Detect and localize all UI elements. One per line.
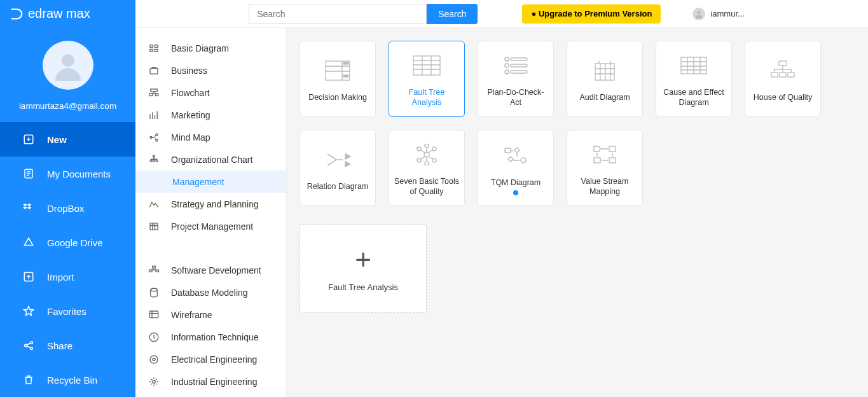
category-information-technique[interactable]: Information Technique: [135, 326, 286, 348]
svg-rect-39: [511, 64, 527, 67]
template-icon: [769, 55, 797, 86]
category-label: Project Management: [171, 221, 253, 232]
category-electrical-engineering[interactable]: Electrical Engineering: [135, 348, 286, 370]
nav-import[interactable]: Import: [0, 260, 135, 294]
svg-rect-46: [780, 73, 786, 77]
category-management[interactable]: Management: [135, 171, 286, 193]
topbar-center: Search ● Upgrade to Premium Version iamm…: [135, 4, 868, 24]
svg-rect-45: [771, 73, 778, 77]
svg-rect-12: [150, 68, 158, 74]
svg-rect-35: [413, 56, 440, 75]
svg-rect-41: [511, 71, 527, 73]
svg-point-40: [505, 70, 509, 74]
new-template-card[interactable]: + Fault Tree Analysis: [300, 224, 427, 313]
category-icon: [147, 198, 161, 210]
category-database-modeling[interactable]: Database Modeling: [135, 281, 286, 303]
user-menu[interactable]: iammur...: [692, 8, 744, 20]
app-logo: edraw max: [0, 0, 135, 28]
svg-point-1: [62, 54, 74, 67]
svg-point-27: [151, 288, 158, 291]
nav-mydocs[interactable]: My Documents: [0, 157, 135, 191]
search-button[interactable]: Search: [427, 4, 478, 24]
category-basic-diagram[interactable]: Basic Diagram: [135, 37, 286, 59]
category-software-development[interactable]: Software Development: [135, 259, 286, 281]
svg-rect-25: [149, 270, 153, 272]
category-project-management[interactable]: Project Management: [135, 215, 286, 237]
nav-recycle[interactable]: Recycle Bin: [0, 363, 135, 397]
svg-point-31: [153, 380, 156, 383]
svg-point-30: [150, 356, 158, 363]
svg-point-22: [156, 160, 158, 162]
nav-list: New My Documents DropBox Google Drive Im…: [0, 122, 135, 397]
svg-point-53: [425, 144, 429, 148]
svg-point-20: [150, 160, 152, 162]
svg-rect-59: [609, 158, 616, 163]
category-marketing[interactable]: Marketing: [135, 104, 286, 126]
category-business[interactable]: Business: [135, 59, 286, 81]
svg-rect-23: [150, 223, 158, 230]
nav-share[interactable]: Share: [0, 328, 135, 363]
template-relation-diagram[interactable]: Relation Diagram: [300, 130, 376, 206]
nav-new[interactable]: New: [0, 122, 135, 157]
category-mind-map[interactable]: Mind Map: [135, 126, 286, 148]
svg-rect-13: [151, 89, 158, 92]
svg-rect-47: [788, 73, 794, 77]
category-label: Business: [171, 66, 207, 76]
template-fault-tree-analysis[interactable]: Fault Tree Analysis: [389, 41, 465, 117]
search-input[interactable]: [249, 4, 427, 24]
template-label: House of Quality: [754, 92, 812, 102]
dropbox-icon: [22, 202, 36, 214]
upgrade-button[interactable]: ● Upgrade to Premium Version: [522, 4, 661, 24]
nav-favorites[interactable]: Favorites: [0, 294, 135, 328]
import-icon: [22, 271, 36, 282]
category-label: Electrical Engineering: [171, 354, 257, 365]
template-label: Cause and Effect Diagram: [661, 87, 726, 108]
template-label: Plan-Do-Check-Act: [483, 87, 548, 108]
topbar: edraw max Search ● Upgrade to Premium Ve…: [0, 0, 868, 28]
template-audit-diagram[interactable]: Audit Diagram: [567, 41, 643, 117]
template-icon: [680, 50, 708, 81]
template-seven-basic-tools-of-quality[interactable]: Seven Basic Tools of Quality: [389, 130, 465, 206]
category-flowchart[interactable]: Flowchart: [135, 81, 286, 104]
nav-label: Favorites: [47, 306, 86, 317]
category-icon: [147, 132, 161, 143]
template-icon: [503, 50, 528, 81]
template-label: Audit Diagram: [579, 92, 630, 102]
svg-rect-33: [343, 62, 348, 64]
category-industrial-engineering[interactable]: Industrial Engineering: [135, 370, 286, 393]
svg-rect-44: [779, 61, 787, 66]
svg-rect-8: [150, 45, 153, 47]
svg-rect-26: [156, 270, 159, 272]
category-icon: [147, 87, 161, 99]
svg-rect-55: [505, 148, 511, 153]
category-label: Database Modeling: [171, 288, 248, 298]
profile-avatar[interactable]: [43, 41, 93, 90]
template-cause-and-effect-diagram[interactable]: Cause and Effect Diagram: [656, 41, 732, 117]
template-plan-do-check-act[interactable]: Plan-Do-Check-Act: [478, 41, 554, 117]
category-label: Wireframe: [171, 310, 212, 320]
profile-email: iammurtaza4@gmail.com: [19, 101, 116, 111]
category-wireframe[interactable]: Wireframe: [135, 303, 286, 326]
svg-point-16: [150, 136, 152, 138]
sidebar: iammurtaza4@gmail.com New My Documents D…: [0, 28, 135, 397]
category-strategy-and-planning[interactable]: Strategy and Planning: [135, 193, 286, 215]
nav-label: DropBox: [47, 203, 84, 214]
nav-gdrive[interactable]: Google Drive: [0, 225, 135, 260]
template-house-of-quality[interactable]: House of Quality: [745, 41, 821, 117]
search-wrap: Search: [249, 4, 478, 24]
template-value-stream-mapping[interactable]: Value Stream Mapping: [567, 130, 643, 206]
template-decision-making[interactable]: Decision Making: [300, 41, 376, 117]
nav-label: Google Drive: [47, 237, 103, 248]
category-icon: [147, 331, 161, 343]
template-tqm-diagram[interactable]: TQM Diagram: [478, 130, 554, 206]
svg-point-52: [432, 158, 436, 162]
svg-rect-10: [150, 49, 153, 52]
category-organizational-chart[interactable]: Organizational Chart: [135, 148, 286, 171]
indicator-dot: [513, 190, 518, 195]
user-name: iammur...: [710, 9, 744, 18]
svg-rect-15: [155, 93, 158, 95]
gdrive-icon: [22, 237, 36, 248]
svg-rect-37: [511, 58, 527, 60]
nav-dropbox[interactable]: DropBox: [0, 191, 135, 225]
main: iammurtaza4@gmail.com New My Documents D…: [0, 28, 868, 397]
